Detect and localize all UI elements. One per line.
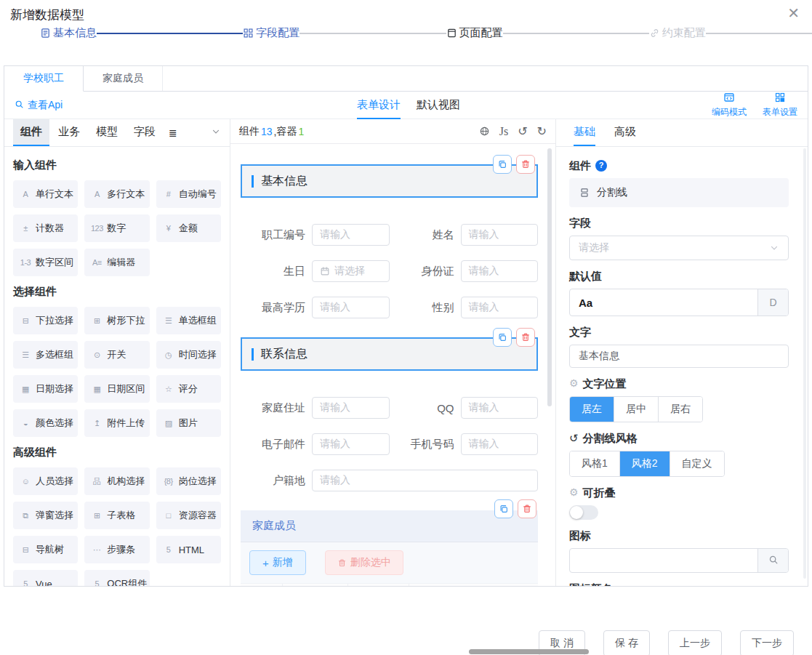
palette-item[interactable]: 5Vue xyxy=(13,570,78,586)
palette-item[interactable]: ⊟下拉选择 xyxy=(13,307,78,334)
subtable-add-button[interactable]: +新增 xyxy=(249,550,306,575)
previous-step-button[interactable]: 上一步 xyxy=(668,630,722,655)
palette-item[interactable]: A单行文本 xyxy=(13,180,78,208)
form-settings-label: 表单设置 xyxy=(763,106,797,118)
divider-style-option[interactable]: 风格2 xyxy=(619,451,670,476)
text-input[interactable] xyxy=(569,345,789,368)
tab-advanced[interactable]: 高级 xyxy=(614,119,636,146)
copy-widget-button[interactable] xyxy=(493,155,512,174)
redo-icon[interactable]: ↻ xyxy=(537,124,547,138)
palette-item[interactable]: ↥附件上传 xyxy=(84,409,149,437)
palette-item[interactable]: 1-3数字区间 xyxy=(13,249,78,276)
palette-item[interactable]: ⧉弹窗选择 xyxy=(13,502,78,529)
step-constraint-config[interactable]: 约束配置 xyxy=(649,26,706,40)
field-input[interactable]: 请选择 xyxy=(312,260,390,282)
field-input[interactable]: 请输入 xyxy=(312,397,390,419)
palette-item[interactable]: {8}岗位选择 xyxy=(156,467,221,495)
subtable-delete-selected-button[interactable]: 删除选中 xyxy=(325,550,403,575)
copy-widget-button[interactable] xyxy=(494,499,513,518)
divider-title: 联系信息 xyxy=(261,347,307,362)
text-align-option[interactable]: 居左 xyxy=(570,397,614,422)
help-icon[interactable]: ? xyxy=(595,160,607,172)
inspector-scrollbar[interactable] xyxy=(803,148,806,579)
field-input[interactable]: 请输入 xyxy=(312,433,390,455)
divider-widget[interactable]: 基本信息 xyxy=(241,164,538,198)
field-input[interactable]: 请输入 xyxy=(461,224,539,246)
palette-tab-components[interactable]: 组件 xyxy=(13,119,49,146)
text-align-option[interactable]: 居右 xyxy=(658,397,702,422)
horizontal-scrollbar[interactable] xyxy=(469,649,589,654)
palette-item[interactable]: 123数字 xyxy=(84,214,149,242)
tab-form-design[interactable]: 表单设计 xyxy=(357,92,401,119)
field-input[interactable]: 请输入 xyxy=(461,260,539,282)
menu-icon[interactable]: ≣ xyxy=(169,127,177,139)
palette-item[interactable]: ±计数器 xyxy=(13,214,78,242)
field-input[interactable]: 请输入 xyxy=(461,297,539,318)
copy-widget-button[interactable] xyxy=(493,328,512,347)
field-input[interactable]: 请输入 xyxy=(312,297,390,318)
divider-widget[interactable]: 联系信息 xyxy=(241,337,538,371)
step-basic-info[interactable]: 基本信息 xyxy=(40,26,97,40)
palette-item[interactable]: 品机构选择 xyxy=(84,467,149,495)
palette-item[interactable]: #自动编号 xyxy=(156,180,221,208)
palette-item[interactable]: ¥金额 xyxy=(156,214,221,242)
subtable-widget[interactable]: 家庭成员+新增删除选中姓名关系操作 xyxy=(241,510,538,586)
palette-item[interactable]: A≡编辑器 xyxy=(84,249,149,276)
palette-item[interactable]: ⊙开关 xyxy=(84,341,149,369)
reset-icon[interactable]: ↺ xyxy=(569,431,579,445)
palette-item[interactable]: ☰单选框组 xyxy=(156,307,221,334)
palette-item[interactable]: 5HTML xyxy=(156,536,221,563)
palette-item[interactable]: ⋯步骤条 xyxy=(84,536,149,563)
palette-item[interactable]: ⊞子表格 xyxy=(84,502,149,529)
icon-search-button[interactable] xyxy=(757,549,788,572)
divider-style-option[interactable]: 风格1 xyxy=(570,451,619,476)
divider-style-option[interactable]: 自定义 xyxy=(670,451,724,476)
step-page-config[interactable]: 页面配置 xyxy=(446,26,503,40)
palette-item[interactable]: ☰多选框组 xyxy=(13,341,78,369)
palette-item[interactable]: ☺人员选择 xyxy=(13,467,78,495)
save-button[interactable]: 保 存 xyxy=(603,630,650,655)
text-align-option[interactable]: 居中 xyxy=(614,397,658,422)
palette-item[interactable]: ⊞树形下拉 xyxy=(84,307,149,334)
step-field-config[interactable]: 字段配置 xyxy=(243,26,300,40)
palette-item[interactable]: ⊟导航树 xyxy=(13,536,78,563)
field-select[interactable]: 请选择 xyxy=(569,236,789,260)
default-value-input[interactable]: Aa D xyxy=(569,289,789,316)
form-settings-button[interactable]: 表单设置 xyxy=(763,92,797,118)
palette-item[interactable]: ☆评分 xyxy=(156,375,221,403)
field-input[interactable]: 请输入 xyxy=(461,433,539,455)
model-tab-school-staff[interactable]: 学校职工 xyxy=(4,66,84,92)
delete-widget-button[interactable] xyxy=(516,328,535,347)
palette-item[interactable]: 5OCR组件 xyxy=(84,570,149,586)
field-input[interactable]: 请输入 xyxy=(461,397,539,419)
view-api-link[interactable]: 查看Api xyxy=(15,99,63,112)
next-step-button[interactable]: 下一步 xyxy=(740,630,794,655)
default-addon-button[interactable]: D xyxy=(757,289,788,316)
model-tab-family-members[interactable]: 家庭成员 xyxy=(84,66,163,91)
delete-widget-button[interactable] xyxy=(516,155,535,174)
undo-icon[interactable]: ↺ xyxy=(518,124,527,138)
palette-item[interactable]: ◷时间选择 xyxy=(156,341,221,369)
tab-default-view[interactable]: 默认视图 xyxy=(417,92,460,119)
palette-item[interactable]: ▨图片 xyxy=(156,409,221,437)
palette-item[interactable]: ▦日期选择 xyxy=(13,375,78,403)
icon-input[interactable] xyxy=(569,548,789,573)
canvas-scrollbar[interactable] xyxy=(547,148,552,406)
collapsible-toggle[interactable] xyxy=(569,505,598,520)
palette-item[interactable]: □资源容器 xyxy=(156,502,221,529)
field-input[interactable]: 请输入 xyxy=(312,470,538,491)
palette-tab-model[interactable]: 模型 xyxy=(89,119,125,146)
palette-tab-business[interactable]: 业务 xyxy=(51,119,87,146)
code-mode-button[interactable]: 编码模式 xyxy=(712,92,747,118)
palette-item[interactable]: A多行文本 xyxy=(84,180,149,208)
tab-basic[interactable]: 基础 xyxy=(574,119,595,146)
globe-icon[interactable] xyxy=(479,126,490,137)
palette-tab-fields[interactable]: 字段 xyxy=(126,119,163,146)
palette-item[interactable]: ◒颜色选择 xyxy=(13,409,78,437)
chevron-down-icon[interactable] xyxy=(211,126,221,139)
palette-item[interactable]: ▦日期区间 xyxy=(84,375,149,403)
delete-widget-button[interactable] xyxy=(518,499,536,518)
field-input[interactable]: 请输入 xyxy=(312,224,390,246)
js-icon[interactable]: Js xyxy=(499,125,508,138)
close-icon[interactable]: ✕ xyxy=(787,6,800,20)
